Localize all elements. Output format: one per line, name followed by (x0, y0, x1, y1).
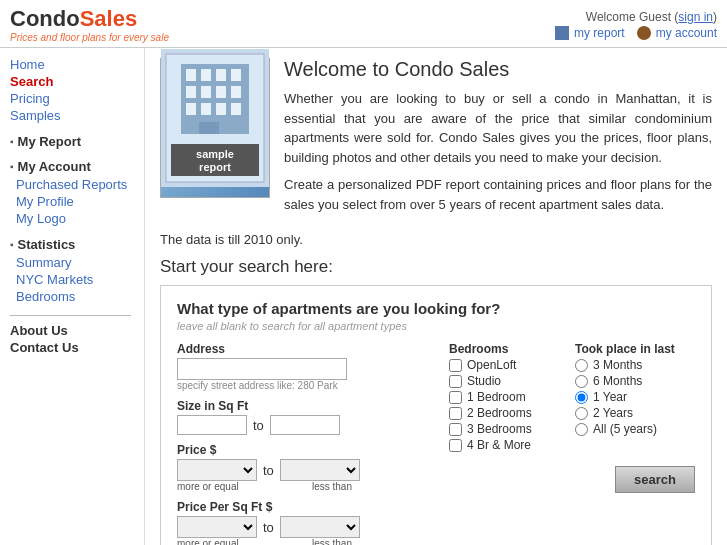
3months-radio[interactable] (575, 359, 588, 372)
openloft-checkbox[interactable] (449, 359, 462, 372)
address-column: Address specify street address like: 280… (177, 342, 433, 545)
sidebar-account-sub: Purchased Reports My Profile My Logo (10, 176, 144, 227)
ppsf-max-select[interactable] (280, 516, 360, 538)
3bed-checkbox[interactable] (449, 423, 462, 436)
studio-row: Studio (449, 374, 559, 388)
search-box-title: What type of apartments are you looking … (177, 300, 695, 317)
price-to-label: to (263, 463, 274, 478)
sidebar-item-about-us[interactable]: About Us (10, 322, 144, 339)
6months-row: 6 Months (575, 374, 695, 388)
2bed-row: 2 Bedrooms (449, 406, 559, 420)
sidebar-item-summary[interactable]: Summary (16, 254, 144, 271)
sidebar-my-report-section: ▪ My Report (10, 134, 144, 149)
main-content: sample report Welcome to Condo Sales Whe… (145, 48, 727, 545)
page-layout: Home Search Pricing Samples ▪ My Report … (0, 48, 727, 545)
sidebar-item-contact-us[interactable]: Contact Us (10, 339, 144, 356)
svg-rect-7 (186, 86, 196, 98)
welcome-para1: Whether you are looking to buy or sell a… (284, 89, 712, 167)
studio-checkbox[interactable] (449, 375, 462, 388)
logo-sales: Sales (80, 6, 138, 31)
sample-report-image: sample report (160, 58, 270, 198)
4br-row: 4 Br & More (449, 438, 559, 452)
4br-checkbox[interactable] (449, 439, 462, 452)
my-report-link[interactable]: my report (574, 26, 625, 40)
report-icon (555, 26, 569, 40)
ppsf-min-select[interactable] (177, 516, 257, 538)
welcome-text: Welcome to Condo Sales Whether you are l… (284, 58, 712, 222)
price-row: to (177, 459, 433, 481)
bullet-icon: ▪ (10, 136, 14, 147)
sidebar-item-pricing[interactable]: Pricing (10, 90, 144, 107)
all-row: All (5 years) (575, 422, 695, 436)
search-button[interactable]: search (615, 466, 695, 493)
search-section: What type of apartments are you looking … (160, 285, 712, 545)
address-input[interactable] (177, 358, 347, 380)
price-min-select[interactable] (177, 459, 257, 481)
my-report-link-item: my report (555, 26, 625, 40)
sidebar-item-search[interactable]: Search (10, 73, 144, 90)
my-report-section-label: My Report (18, 134, 82, 149)
openloft-row: OpenLoft (449, 358, 559, 372)
search-btn-row: search (575, 466, 695, 493)
2years-row: 2 Years (575, 406, 695, 420)
sidebar-item-samples[interactable]: Samples (10, 107, 144, 124)
tookplace-label: Took place in last (575, 342, 695, 356)
price-section: Price $ to more or equal less than (177, 443, 433, 492)
svg-rect-3 (186, 69, 196, 81)
all-label: All (5 years) (593, 422, 657, 436)
2years-radio[interactable] (575, 407, 588, 420)
1bed-checkbox[interactable] (449, 391, 462, 404)
svg-rect-10 (231, 86, 241, 98)
price-label: Price $ (177, 443, 433, 457)
header-right: Welcome Guest (sign in) my report my acc… (555, 10, 717, 40)
1year-label: 1 Year (593, 390, 627, 404)
all-radio[interactable] (575, 423, 588, 436)
1year-radio[interactable] (575, 391, 588, 404)
sidebar-item-my-profile[interactable]: My Profile (16, 193, 144, 210)
address-hint: specify street address like: 280 Park (177, 380, 433, 391)
address-label: Address (177, 342, 433, 356)
price-less-label: less than (312, 481, 352, 492)
size-max-input[interactable] (270, 415, 340, 435)
ppsf-less-label: less than (312, 538, 352, 545)
price-hints: more or equal less than (177, 481, 352, 492)
2years-label: 2 Years (593, 406, 633, 420)
svg-rect-15 (199, 122, 219, 134)
account-icon (637, 26, 651, 40)
sidebar-item-nyc-markets[interactable]: NYC Markets (16, 271, 144, 288)
price-max-select[interactable] (280, 459, 360, 481)
logo-condo: Condo (10, 6, 80, 31)
1bed-row: 1 Bedroom (449, 390, 559, 404)
sign-in-link[interactable]: sign in (678, 10, 713, 24)
svg-rect-6 (231, 69, 241, 81)
size-min-input[interactable] (177, 415, 247, 435)
header-links: my report my account (555, 26, 717, 40)
sample-report-svg: sample report (161, 49, 269, 187)
3months-label: 3 Months (593, 358, 642, 372)
size-section: Size in Sq Ft to (177, 399, 433, 435)
svg-rect-11 (186, 103, 196, 115)
ppsf-more-equal-label: more or equal (177, 538, 239, 545)
sidebar-item-my-logo[interactable]: My Logo (16, 210, 144, 227)
6months-radio[interactable] (575, 375, 588, 388)
size-to-label: to (253, 418, 264, 433)
sidebar-item-bedrooms[interactable]: Bedrooms (16, 288, 144, 305)
svg-rect-5 (216, 69, 226, 81)
studio-label: Studio (467, 374, 501, 388)
sidebar-my-account-section: ▪ My Account (10, 159, 144, 174)
my-account-link[interactable]: my account (656, 26, 717, 40)
statistics-section-label: Statistics (18, 237, 76, 252)
logo: CondoSales Prices and floor plans for ev… (10, 6, 169, 43)
search-box-subtitle: leave all blank to search for all apartm… (177, 320, 695, 332)
welcome-area: sample report Welcome to Condo Sales Whe… (160, 58, 712, 222)
sidebar-statistics-sub: Summary NYC Markets Bedrooms (10, 254, 144, 305)
start-search-header: Start your search here: (160, 257, 712, 277)
1bed-label: 1 Bedroom (467, 390, 526, 404)
sidebar-item-home[interactable]: Home (10, 56, 144, 73)
tookplace-column: Took place in last 3 Months 6 Months 1 Y… (575, 342, 695, 493)
sidebar-item-purchased-reports[interactable]: Purchased Reports (16, 176, 144, 193)
2bed-label: 2 Bedrooms (467, 406, 532, 420)
svg-rect-12 (201, 103, 211, 115)
2bed-checkbox[interactable] (449, 407, 462, 420)
3months-row: 3 Months (575, 358, 695, 372)
